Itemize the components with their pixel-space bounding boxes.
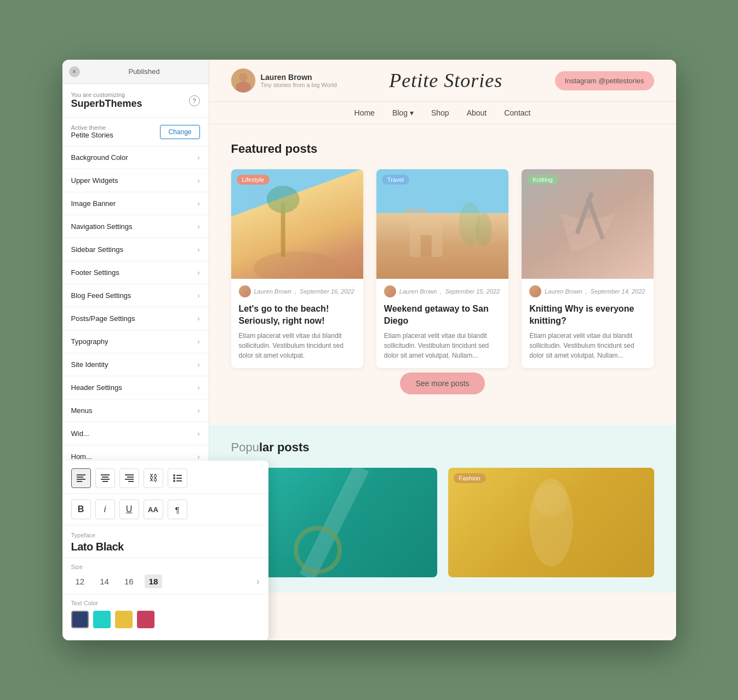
post-meta-beach: Lauren Brown , September 16, 2022 (231, 279, 363, 300)
logo-avatar (231, 68, 255, 93)
svg-point-14 (173, 477, 175, 479)
align-center-button[interactable] (95, 468, 115, 488)
chevron-icon: › (198, 223, 200, 231)
chevron-icon: › (198, 384, 200, 392)
size-18[interactable]: 18 (145, 575, 163, 588)
size-section: Size 12 14 16 18 › (62, 558, 268, 594)
nav-about[interactable]: About (467, 108, 487, 117)
author-avatar (529, 285, 541, 297)
post-excerpt-beach: Etiam placerat velit vitae dui blandit s… (231, 331, 363, 368)
bold-button[interactable]: B (71, 500, 91, 519)
svg-point-23 (266, 186, 299, 213)
svg-rect-25 (420, 235, 431, 257)
nav-contact[interactable]: Contact (504, 108, 530, 117)
chevron-icon: › (198, 315, 200, 323)
svg-rect-17 (176, 480, 182, 481)
nav-shop[interactable]: Shop (431, 108, 449, 117)
menu-item-footer-settings[interactable]: Footer Settings › (62, 261, 209, 284)
paragraph-button[interactable]: ¶ (168, 500, 187, 519)
nav-home[interactable]: Home (354, 108, 375, 117)
chevron-icon: › (198, 338, 200, 346)
svg-point-28 (475, 213, 491, 246)
post-meta-travel: Lauren Brown , September 15, 2022 (376, 279, 508, 300)
svg-point-34 (535, 484, 568, 517)
menu-item-site-identity[interactable]: Site Identity › (62, 353, 209, 376)
svg-rect-2 (77, 479, 85, 480)
svg-rect-10 (125, 479, 134, 480)
underline-button[interactable]: U (119, 500, 139, 519)
color-yellow[interactable] (115, 611, 133, 628)
color-navy[interactable] (71, 611, 89, 628)
instagram-button[interactable]: Instagram @petitestories (555, 71, 654, 90)
menu-item-wid[interactable]: Wid... › (62, 422, 209, 445)
featured-section: Featured posts Lifestyle (209, 124, 676, 425)
menu-item-header-settings[interactable]: Header Settings › (62, 376, 209, 399)
svg-rect-6 (101, 479, 110, 480)
popular-grid: Fashion (231, 468, 654, 577)
alignment-toolbar: ⛓ (62, 461, 268, 494)
nav-blog[interactable]: Blog ▾ (392, 108, 414, 117)
list-button[interactable] (168, 468, 187, 488)
menu-item-menus[interactable]: Menus › (62, 399, 209, 422)
site-logo-area: Lauren Brown Tiny stories from a big Wor… (231, 68, 337, 93)
svg-rect-15 (176, 478, 182, 479)
svg-point-16 (173, 480, 175, 482)
text-color-section: Text Color (62, 594, 268, 634)
popular-card-fashion: Fashion (448, 468, 654, 577)
post-meta-text: Lauren Brown (399, 288, 437, 295)
post-excerpt-knitting: Etiam placerat velit vitae dui blandit s… (522, 331, 654, 368)
published-badge: Published (87, 67, 202, 76)
post-date: September 14, 2022 (591, 288, 645, 295)
size-12[interactable]: 12 (71, 575, 89, 588)
size-14[interactable]: 14 (95, 575, 113, 588)
menu-item-sidebar-settings[interactable]: Sidebar Settings › (62, 238, 209, 261)
post-card-knitting: Knitting Lauren Brown , September 14, 20… (522, 169, 654, 368)
menu-item-posts-page-settings[interactable]: Posts/Page Settings › (62, 307, 209, 330)
help-icon[interactable]: ? (189, 95, 200, 106)
post-title-travel[interactable]: Weekend getaway to San Diego (376, 300, 508, 331)
size-more-arrow[interactable]: › (256, 577, 259, 587)
change-theme-button[interactable]: Change (160, 125, 199, 139)
menu-item-blog-feed-settings[interactable]: Blog Feed Settings › (62, 284, 209, 307)
aa-button[interactable]: AA (144, 500, 163, 519)
site-name: Lauren Brown (261, 73, 337, 82)
chevron-icon: › (198, 407, 200, 415)
post-image-beach: Lifestyle (231, 169, 363, 279)
svg-rect-9 (127, 477, 134, 478)
chevron-icon: › (198, 200, 200, 208)
post-image-knitting: Knitting (522, 169, 654, 279)
menu-item-image-banner[interactable]: Image Banner › (62, 192, 209, 215)
italic-button[interactable]: i (95, 500, 115, 519)
typeface-value[interactable]: Lato Black (71, 541, 260, 553)
menu-item-typography[interactable]: Typography › (62, 330, 209, 353)
post-excerpt-travel: Etiam placerat velit vitae dui blandit s… (376, 331, 508, 368)
close-button[interactable]: × (69, 66, 80, 77)
site-header: Lauren Brown Tiny stories from a big Wor… (209, 60, 676, 102)
post-image-travel: Travel (376, 169, 508, 279)
svg-rect-13 (176, 475, 182, 476)
svg-rect-0 (77, 474, 85, 475)
menu-item-navigation-settings[interactable]: Navigation Settings › (62, 215, 209, 238)
active-theme-name: Petite Stories (71, 131, 113, 139)
color-teal[interactable] (93, 611, 111, 628)
logo-text-area: Lauren Brown Tiny stories from a big Wor… (261, 73, 337, 88)
link-button[interactable]: ⛓ (144, 468, 163, 488)
align-right-button[interactable] (119, 468, 139, 488)
chevron-icon: › (198, 269, 200, 277)
customizing-section: You are customizing SuperbThemes ? (62, 84, 209, 118)
svg-rect-7 (102, 481, 108, 482)
menu-item-background-color[interactable]: Background Color › (62, 146, 209, 169)
format-toolbar: B i U AA ¶ (62, 494, 268, 525)
color-rose[interactable] (137, 611, 155, 628)
customizing-label: You are customizing (71, 91, 142, 98)
post-title-knitting[interactable]: Knitting Why is everyone knitting? (522, 300, 654, 331)
author-avatar (239, 285, 251, 297)
post-title-beach[interactable]: Let's go to the beach! Seriously, right … (231, 300, 363, 331)
see-more-button[interactable]: See more posts (400, 372, 484, 394)
typography-popup: ⛓ B i U AA ¶ Typeface Lato Black Size (62, 461, 268, 640)
menu-item-upper-widgets[interactable]: Upper Widgets › (62, 169, 209, 192)
size-16[interactable]: 16 (120, 575, 138, 588)
svg-rect-5 (102, 477, 108, 478)
align-left-button[interactable] (71, 468, 91, 488)
svg-rect-8 (125, 474, 134, 475)
